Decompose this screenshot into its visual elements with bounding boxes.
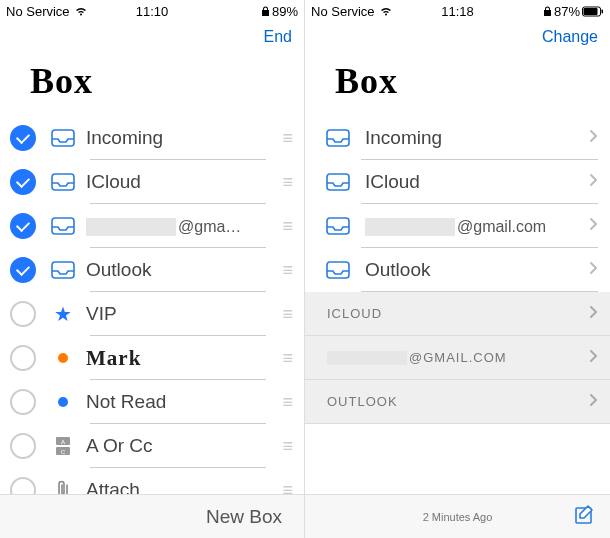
mailbox-label: ICloud bbox=[365, 171, 589, 193]
account-section[interactable]: @GMAIL.COM bbox=[305, 336, 610, 380]
svg-rect-2 bbox=[52, 218, 74, 234]
checkbox[interactable] bbox=[10, 169, 36, 195]
lock-icon bbox=[261, 6, 270, 17]
battery-percent: 89% bbox=[272, 4, 298, 19]
mailbox-list: Incoming≡ICloud≡@gma…≡Outlook≡★VIP≡Mark≡… bbox=[0, 116, 304, 494]
svg-rect-9 bbox=[584, 8, 598, 15]
mailbox-row[interactable]: ★VIP≡ bbox=[0, 292, 304, 336]
chevron-right-icon bbox=[589, 261, 598, 279]
chevron-right-icon bbox=[589, 129, 598, 147]
status-bar: No Service 11:10 89% bbox=[0, 0, 304, 22]
lock-icon bbox=[543, 6, 552, 17]
mailbox-label: Incoming bbox=[365, 127, 589, 149]
nav-bar: Change bbox=[305, 22, 610, 52]
checkbox[interactable] bbox=[10, 389, 36, 415]
mailbox-row[interactable]: Incoming≡ bbox=[0, 116, 304, 160]
change-button[interactable]: Change bbox=[542, 28, 598, 46]
drag-handle-icon[interactable]: ≡ bbox=[282, 128, 292, 149]
account-section[interactable]: ICLOUD bbox=[305, 292, 610, 336]
drag-handle-icon[interactable]: ≡ bbox=[282, 392, 292, 413]
drag-handle-icon[interactable]: ≡ bbox=[282, 304, 292, 325]
new-box-button[interactable]: New Box bbox=[0, 506, 304, 528]
section-label: ICLOUD bbox=[327, 306, 589, 321]
chevron-right-icon bbox=[589, 393, 598, 410]
mailbox-label: Incoming bbox=[86, 127, 282, 149]
mailbox-row[interactable]: @gmail.com bbox=[305, 204, 610, 248]
mailbox-row[interactable]: Outlook bbox=[305, 248, 610, 292]
mailbox-list: IncomingICloud@gmail.comOutlookICLOUD@GM… bbox=[305, 116, 610, 494]
mailbox-label: Outlook bbox=[86, 259, 282, 281]
checkbox[interactable] bbox=[10, 301, 36, 327]
chevron-right-icon bbox=[589, 217, 598, 235]
checkbox[interactable] bbox=[10, 213, 36, 239]
svg-rect-1 bbox=[52, 174, 74, 190]
compose-button[interactable] bbox=[574, 504, 596, 530]
svg-rect-12 bbox=[327, 174, 349, 190]
mailbox-label: Outlook bbox=[365, 259, 589, 281]
mailbox-label: Attach bbox=[86, 479, 282, 494]
checkbox[interactable] bbox=[10, 125, 36, 151]
carrier-text: No Service bbox=[311, 4, 375, 19]
carrier-text: No Service bbox=[6, 4, 70, 19]
mailbox-label: Not Read bbox=[86, 391, 282, 413]
svg-rect-13 bbox=[327, 218, 349, 234]
tray-icon bbox=[50, 261, 76, 279]
tray-icon bbox=[325, 217, 351, 235]
mailbox-row[interactable]: Mark≡ bbox=[0, 336, 304, 380]
acc-icon: AC bbox=[50, 436, 76, 456]
mailbox-label: A Or Cc bbox=[86, 435, 282, 457]
mailbox-row[interactable]: ACA Or Cc≡ bbox=[0, 424, 304, 468]
checkbox[interactable] bbox=[10, 477, 36, 494]
mailbox-label: VIP bbox=[86, 303, 282, 325]
mailbox-label: @gmail.com bbox=[365, 215, 589, 237]
clip-icon bbox=[50, 480, 76, 494]
drag-handle-icon[interactable]: ≡ bbox=[282, 172, 292, 193]
mailbox-row[interactable]: Not Read≡ bbox=[0, 380, 304, 424]
mailbox-label: @gma… bbox=[86, 215, 282, 237]
battery-percent: 87% bbox=[554, 4, 580, 19]
footer-bar: 2 Minutes Ago bbox=[305, 494, 610, 538]
svg-rect-0 bbox=[52, 130, 74, 146]
section-label: @GMAIL.COM bbox=[327, 350, 589, 366]
drag-handle-icon[interactable]: ≡ bbox=[282, 348, 292, 369]
end-button[interactable]: End bbox=[264, 28, 292, 46]
svg-text:A: A bbox=[61, 439, 65, 445]
chevron-right-icon bbox=[589, 349, 598, 366]
svg-rect-11 bbox=[327, 130, 349, 146]
mailbox-row[interactable]: @gma…≡ bbox=[0, 204, 304, 248]
mailbox-row[interactable]: Outlook≡ bbox=[0, 248, 304, 292]
dot-blue-icon bbox=[50, 397, 76, 407]
checkbox[interactable] bbox=[10, 433, 36, 459]
section-label: OUTLOOK bbox=[327, 394, 589, 409]
checkbox[interactable] bbox=[10, 345, 36, 371]
mailbox-label: ICloud bbox=[86, 171, 282, 193]
mailbox-row[interactable]: ICloud≡ bbox=[0, 160, 304, 204]
svg-rect-10 bbox=[602, 9, 604, 13]
clock: 11:10 bbox=[103, 4, 200, 19]
drag-handle-icon[interactable]: ≡ bbox=[282, 260, 292, 281]
mailbox-row[interactable]: ICloud bbox=[305, 160, 610, 204]
star-icon: ★ bbox=[50, 302, 76, 326]
wifi-icon bbox=[379, 6, 393, 17]
mailbox-row[interactable]: Attach≡ bbox=[0, 468, 304, 494]
right-pane: No Service 11:18 87% Change Box Incoming… bbox=[305, 0, 610, 538]
chevron-right-icon bbox=[589, 305, 598, 322]
svg-text:C: C bbox=[61, 449, 66, 455]
nav-bar: End bbox=[0, 22, 304, 52]
footer-bar: New Box bbox=[0, 494, 304, 538]
mailbox-row[interactable]: Incoming bbox=[305, 116, 610, 160]
left-pane: No Service 11:10 89% End Box Incoming≡IC… bbox=[0, 0, 305, 538]
tray-icon bbox=[325, 173, 351, 191]
wifi-icon bbox=[74, 6, 88, 17]
checkbox[interactable] bbox=[10, 257, 36, 283]
drag-handle-icon[interactable]: ≡ bbox=[282, 436, 292, 457]
account-section[interactable]: OUTLOOK bbox=[305, 380, 610, 424]
mailbox-label: Mark bbox=[86, 346, 282, 371]
drag-handle-icon[interactable]: ≡ bbox=[282, 216, 292, 237]
clock: 11:18 bbox=[409, 4, 507, 19]
updated-text: 2 Minutes Ago bbox=[423, 511, 493, 523]
chevron-right-icon bbox=[589, 173, 598, 191]
drag-handle-icon[interactable]: ≡ bbox=[282, 480, 292, 495]
tray-icon bbox=[325, 261, 351, 279]
battery-icon bbox=[582, 6, 604, 17]
